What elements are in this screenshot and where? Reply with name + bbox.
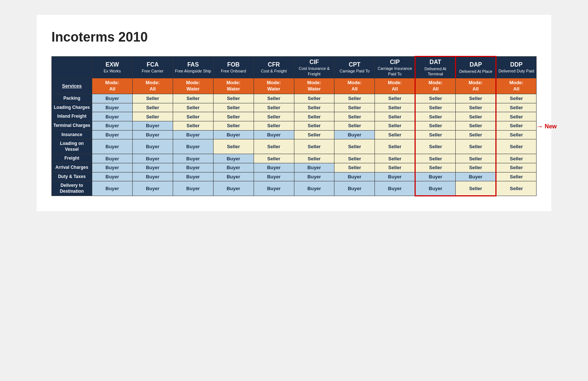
table-row: FreightBuyerBuyerBuyerBuyerSellerSellerS… [52, 154, 537, 163]
cell-0-7: Seller [375, 94, 415, 103]
cell-1-4: Seller [254, 103, 294, 112]
cell-5-5: Seller [294, 139, 334, 154]
cell-0-4: Seller [254, 94, 294, 103]
cell-6-6: Seller [334, 154, 375, 163]
full-fca: Free Carrier [134, 68, 172, 74]
abbr-exw: EXW [93, 61, 131, 69]
abbr-ddp: DDP [498, 61, 535, 69]
table-row: Terminal ChargesBuyerBuyerSellerSellerSe… [52, 121, 537, 130]
cell-2-3: Seller [213, 112, 254, 121]
cell-6-4: Seller [254, 154, 294, 163]
abbr-cip: CIP [376, 58, 413, 66]
table-row: Inland FreightBuyerSellerSellerSellerSel… [52, 112, 537, 121]
cell-2-0: Buyer [92, 112, 133, 121]
cell-1-9: Seller [456, 103, 496, 112]
cell-4-4: Buyer [254, 130, 294, 139]
cell-7-3: Buyer [213, 163, 254, 172]
cell-7-8: Seller [415, 163, 456, 172]
row-label-6: Freight [52, 154, 92, 163]
cell-6-9: Seller [456, 154, 496, 163]
header-row: EXW Ex Works FCA Free Carrier FAS Free A… [52, 57, 537, 78]
cell-5-0: Buyer [92, 139, 133, 154]
cell-5-4: Seller [254, 139, 294, 154]
cell-2-10: Seller [496, 112, 537, 121]
page-container: Incoterms 2010 New ⌐‾‾‾‾‾‾‾¬ EXW Ex Work… [37, 15, 551, 211]
cell-4-8: Seller [415, 130, 456, 139]
cell-8-2: Buyer [173, 172, 213, 181]
cell-1-8: Seller [415, 103, 456, 112]
cell-3-1: Buyer [132, 121, 173, 130]
cell-2-7: Seller [375, 112, 415, 121]
cell-9-4: Buyer [254, 181, 294, 196]
cell-4-5: Seller [294, 130, 334, 139]
cell-3-10: Seller [496, 121, 537, 130]
row-label-2: Inland Freight [52, 112, 92, 121]
cell-7-2: Buyer [173, 163, 213, 172]
abbr-dap: DAP [457, 61, 494, 69]
table-row: Loading on VesselBuyerBuyerBuyerSellerSe… [52, 139, 537, 154]
cell-4-7: Seller [375, 130, 415, 139]
cell-7-0: Buyer [92, 163, 133, 172]
table-row: Duty & TaxesBuyerBuyerBuyerBuyerBuyerBuy… [52, 172, 537, 181]
cell-9-0: Buyer [92, 181, 133, 196]
cell-4-3: Buyer [213, 130, 254, 139]
cell-1-1: Seller [132, 103, 173, 112]
services-mode-row: Services Mode:All Mode:All Mode:Water Mo… [52, 78, 537, 94]
row-label-0: Packing [52, 94, 92, 103]
full-ddp: Delivered Duty Paid [498, 68, 535, 74]
row-label-3: Terminal Charges [52, 121, 92, 130]
cell-8-6: Buyer [334, 172, 375, 181]
cell-0-2: Seller [173, 94, 213, 103]
full-cfr: Cost & Freight [255, 68, 293, 74]
cell-9-2: Buyer [173, 181, 213, 196]
cell-4-1: Buyer [132, 130, 173, 139]
cell-8-8: Buyer [415, 172, 456, 181]
full-cip: Carriage Insurance Paid To [376, 66, 413, 76]
cell-6-1: Buyer [132, 154, 173, 163]
cell-6-10: Seller [496, 154, 537, 163]
cell-6-8: Seller [415, 154, 456, 163]
table-row: Loading ChargesBuyerSellerSellerSellerSe… [52, 103, 537, 112]
mode-cfr: Mode:Water [254, 78, 294, 94]
full-fob: Free Onboard [215, 68, 252, 74]
mode-cip: Mode:All [375, 78, 415, 94]
mode-ddp: Mode:All [496, 78, 537, 94]
cell-6-0: Buyer [92, 154, 133, 163]
table-row: PackingBuyerSellerSellerSellerSellerSell… [52, 94, 537, 103]
cell-1-0: Buyer [92, 103, 133, 112]
cell-3-4: Seller [254, 121, 294, 130]
cell-2-5: Seller [294, 112, 334, 121]
mode-cpt: Mode:All [334, 78, 375, 94]
cell-0-0: Buyer [92, 94, 133, 103]
cell-5-7: Seller [375, 139, 415, 154]
cell-2-1: Seller [132, 112, 173, 121]
mode-dap: Mode:All [456, 78, 496, 94]
incoterms-table: EXW Ex Works FCA Free Carrier FAS Free A… [51, 56, 537, 196]
mode-exw: Mode:All [92, 78, 133, 94]
col-header-dap: DAP Delivered At Place [456, 57, 496, 78]
cell-4-2: Buyer [173, 130, 213, 139]
cell-8-7: Buyer [375, 172, 415, 181]
cell-5-9: Seller [456, 139, 496, 154]
cell-0-9: Seller [456, 94, 496, 103]
cell-6-5: Seller [294, 154, 334, 163]
cell-7-1: Buyer [132, 163, 173, 172]
cell-2-2: Seller [173, 112, 213, 121]
row-label-1: Loading Charges [52, 103, 92, 112]
col-header-dat: DAT Delivered At Terminal [415, 57, 456, 78]
cell-5-3: Seller [213, 139, 254, 154]
cell-3-9: Seller [456, 121, 496, 130]
cell-1-6: Seller [334, 103, 375, 112]
annotation-area: EXW Ex Works FCA Free Carrier FAS Free A… [51, 56, 537, 196]
cell-8-3: Buyer [213, 172, 254, 181]
cell-8-4: Buyer [254, 172, 294, 181]
row-label-5: Loading on Vessel [52, 139, 92, 154]
cell-7-7: Seller [375, 163, 415, 172]
cell-3-8: Seller [415, 121, 456, 130]
cell-8-1: Buyer [132, 172, 173, 181]
cell-4-9: Seller [456, 130, 496, 139]
abbr-cpt: CPT [336, 61, 373, 69]
table-row: Delivery to DestinationBuyerBuyerBuyerBu… [52, 181, 537, 196]
cell-2-6: Seller [334, 112, 375, 121]
col-header-fob: FOB Free Onboard [213, 57, 254, 78]
